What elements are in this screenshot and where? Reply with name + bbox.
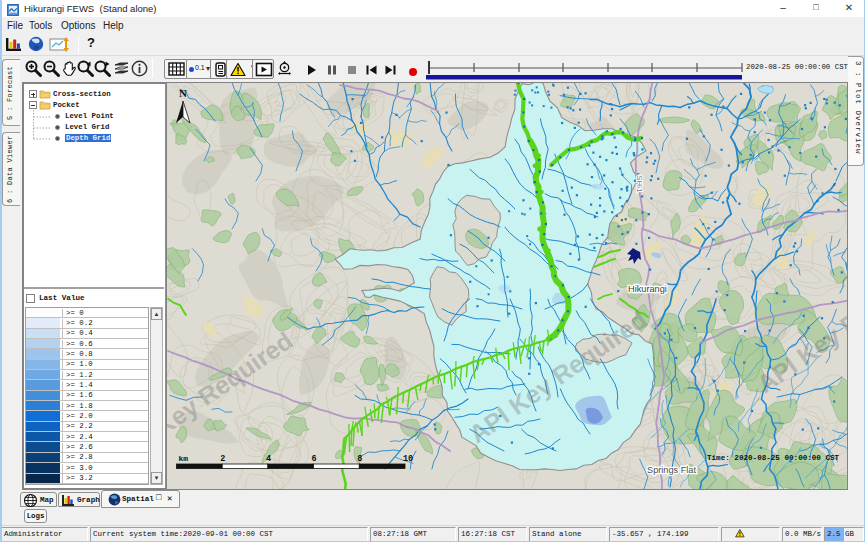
svg-text:4: 4 [266,454,271,464]
svg-text:Hikurangi: Hikurangi [628,284,667,294]
svg-text:SH 1: SH 1 [635,175,644,193]
svg-text:10: 10 [403,454,413,464]
svg-text:8: 8 [357,454,362,464]
svg-text:Springs Flat: Springs Flat [647,465,696,475]
svg-text:6: 6 [312,454,317,464]
svg-text:km: km [179,454,189,463]
svg-text:N: N [179,87,187,99]
svg-text:2: 2 [220,454,225,464]
svg-text:Time: 2020-08-25 00:00:00 CST: Time: 2020-08-25 00:00:00 CST [707,454,840,462]
